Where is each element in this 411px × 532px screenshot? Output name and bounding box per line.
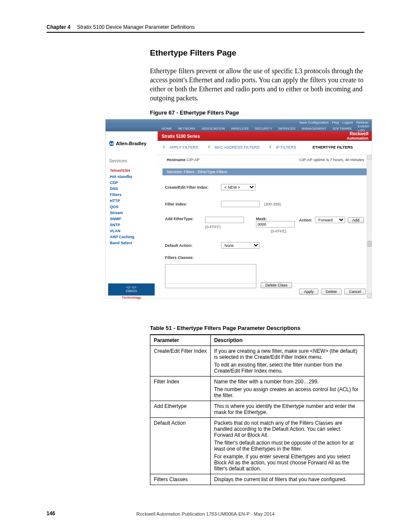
param-cell: Default Action (150, 418, 211, 474)
apply-button[interactable]: Apply (299, 289, 318, 295)
scroll-up-arrow-icon[interactable] (367, 155, 372, 160)
footer-rule (162, 283, 367, 283)
top-link[interactable]: Save Configuration (299, 121, 328, 124)
nav-item[interactable]: NETWORK (178, 127, 196, 131)
cisco-badge: ·ı|ı·ı|ı· CISCO Technology (108, 283, 155, 296)
nav-item[interactable]: HOME (162, 127, 172, 131)
cancel-button[interactable]: Cancel (344, 289, 366, 295)
tab-ethertype-filters[interactable]: ETHERTYPE FILTERS (310, 145, 355, 155)
default-action-label: Default Action: (165, 243, 217, 248)
hostname-label: Hostname (167, 158, 186, 162)
desc-line: To edit an existing filter, select the f… (214, 362, 361, 374)
param-cell: Create/Edit Filter Index (150, 346, 211, 376)
scroll-thumb[interactable] (367, 241, 372, 247)
sidebar-item[interactable]: SNTP (110, 223, 134, 227)
sidebar-item[interactable]: QOS (110, 205, 134, 209)
nav-item[interactable]: SECURITY (255, 127, 272, 131)
filter-index-hint: (200-299) (264, 202, 281, 206)
desc-line: If you are creating a new filter, make s… (214, 348, 361, 360)
filters-classes-label: Filters Classes: (165, 255, 217, 260)
sidebar-item[interactable]: Filters (110, 193, 134, 197)
filter-index-label: Filter Index: (165, 202, 217, 206)
table-head-description: Description (211, 335, 364, 346)
filters-classes-listbox[interactable] (165, 264, 256, 288)
sidebar-item[interactable]: HTTP (110, 199, 134, 203)
default-action-select[interactable]: None (221, 242, 260, 249)
desc-line: Packets that do not match any of the Fil… (214, 420, 361, 438)
scrollbar[interactable] (367, 155, 372, 298)
desc-line: Displays the current list of filters tha… (214, 476, 361, 482)
tab-marker-icon (209, 145, 211, 149)
allen-bradley-logo: AB Allen-Bradley (109, 141, 146, 146)
top-link[interactable]: Refresh (356, 121, 368, 124)
desc-cell: If you are creating a new filter, make s… (211, 346, 364, 376)
tab-marker-icon (163, 145, 166, 149)
scroll-down-arrow-icon[interactable] (367, 293, 372, 298)
filter-index-input[interactable] (221, 201, 260, 207)
tab-mac-filters[interactable]: MAC ADDRESS FILTERS (212, 145, 262, 155)
sidebar-item[interactable]: SNMP (110, 217, 134, 221)
sidebar-item[interactable]: DNS (110, 187, 134, 191)
publication-line: Rockwell Automation Publication 1783-UM0… (0, 511, 411, 516)
sidebar-item[interactable]: Band Select (110, 241, 134, 245)
add-ethertype-input[interactable] (205, 217, 244, 223)
desc-line: The number you assign creates an access … (214, 386, 361, 398)
table-caption: Table 51 - Ethertype Filters Page Parame… (150, 325, 300, 331)
nav-item[interactable]: WIRELESS (231, 127, 249, 131)
desc-line: Name the filter with a number from 200…2… (214, 379, 361, 385)
section-band: Services: Filters - EtherType Filters (162, 168, 367, 175)
table-row: Filters ClassesDisplays the current list… (150, 474, 364, 485)
desc-cell: Displays the current list of filters tha… (211, 474, 364, 485)
rockwell-logo: Rockwell Automation (347, 132, 368, 140)
hostname-value: CIP-AP (187, 158, 199, 162)
uptime-text: CIP-AP uptime is 7 hours, 40 minutes (299, 158, 364, 162)
sidebar-item[interactable]: Stream (110, 211, 134, 215)
param-cell: Filter Index (150, 376, 211, 401)
sidebar-item[interactable]: CDP (110, 180, 134, 185)
series-title: Stratix 5100 Series (162, 134, 200, 139)
section-heading: Ethertype Filters Page (150, 48, 237, 58)
nav-item[interactable]: ASSOCIATION (202, 127, 225, 131)
tab-apply-filters[interactable]: APPLY FILTERS (167, 145, 201, 155)
footer-buttons: Apply Delete Cancel (299, 289, 366, 295)
mask-range: (0-FFFE) (271, 229, 286, 233)
body-paragraph: Ethertype filters prevent or allow the u… (150, 66, 364, 103)
sidebar-item[interactable]: ARP Caching (110, 235, 134, 239)
sidebar-list: Telnet/SSH Hot standby CDP DNS Filters H… (110, 167, 134, 247)
parameter-table: Parameter Description Create/Edit Filter… (150, 334, 364, 485)
tab-marker-icon (270, 145, 272, 149)
cisco-technology-label: Technology (122, 296, 141, 300)
tab-ip-filters[interactable]: IP FILTERS (273, 145, 299, 155)
nav-item[interactable]: MANAGEMENT (302, 127, 326, 131)
desc-line: For example, if you enter several Ethert… (214, 454, 361, 472)
cisco-name: CISCO (126, 289, 137, 293)
sidebar-item[interactable]: VLAN (110, 229, 134, 233)
add-button[interactable]: Add (348, 217, 364, 223)
brand-line1: Rockwell (350, 131, 368, 136)
nav-item[interactable]: SOFTWARE (332, 127, 352, 131)
create-edit-label: Create/Edit Filter Index: (165, 185, 217, 190)
sidebar-item[interactable]: Telnet/SSH (110, 168, 134, 173)
sidebar-item[interactable]: Hot standby (110, 174, 134, 179)
action-select[interactable]: Forward (315, 217, 345, 223)
ab-badge-icon: AB (109, 141, 114, 146)
screenshot: Save Configuration Ping Logout Refresh H… (105, 119, 372, 299)
param-cell: Filters Classes (150, 474, 211, 485)
sidebar-heading: Services (109, 158, 127, 163)
main-panel: APPLY FILTERS MAC ADDRESS FILTERS IP FIL… (157, 141, 372, 298)
table-row: Default ActionPackets that do not match … (150, 418, 364, 474)
desc-cell: This is where you identify the Ethertype… (211, 401, 364, 418)
header-rule (47, 32, 364, 33)
main-nav: HOME NETWORK ASSOCIATION WIRELESS SECURI… (106, 125, 372, 131)
desc-cell: Packets that do not match any of the Fil… (211, 418, 364, 474)
nav-item[interactable]: SERVICES (278, 127, 296, 131)
chapter-label: Chapter 4 (47, 24, 70, 30)
delete-button[interactable]: Delete (321, 289, 342, 295)
mask-label: Mask: (256, 217, 267, 221)
mask-input[interactable] (256, 221, 295, 227)
create-edit-select[interactable]: < NEW > (221, 184, 255, 190)
running-header: Chapter 4 Stratix 5100 Device Manager Pa… (47, 24, 364, 30)
top-link[interactable]: Ping (332, 121, 339, 124)
top-link[interactable]: Logout (342, 121, 353, 124)
table-head-parameter: Parameter (150, 335, 211, 346)
